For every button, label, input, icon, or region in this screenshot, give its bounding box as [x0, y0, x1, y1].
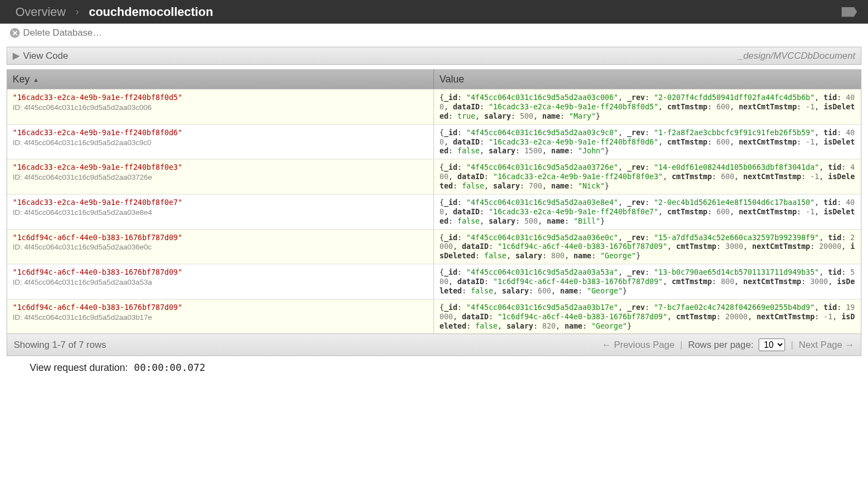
key-cell: "1c6df94c-a6cf-44e0-b383-1676bf787d09"ID…: [7, 230, 434, 264]
key-string: "1c6df94c-a6cf-44e0-b383-1676bf787d09": [13, 233, 428, 242]
next-page-button[interactable]: Next Page →: [799, 340, 854, 351]
key-string: "16cadc33-e2ca-4e9b-9a1e-ff240bf8f0d5": [13, 93, 428, 102]
sort-asc-icon: ▲: [33, 76, 39, 83]
doc-id: ID: 4f45cc064c031c16c9d5a5d2aa03b17e: [13, 313, 428, 323]
key-string: "16cadc33-e2ca-4e9b-9a1e-ff240bf8f0d6": [13, 128, 428, 137]
key-string: "16cadc33-e2ca-4e9b-9a1e-ff240bf8f0e7": [13, 198, 428, 207]
triangle-right-icon: ▶: [13, 50, 20, 62]
value-cell: {_id: "4f45cc064c031c16c9d5a5d2aa03726e"…: [434, 159, 861, 194]
key-cell: "16cadc33-e2ca-4e9b-9a1e-ff240bf8f0d6"ID…: [7, 125, 434, 159]
tag-icon[interactable]: [842, 7, 857, 17]
rows-per-page-label: Rows per page:: [688, 340, 753, 351]
duration-value: 00:00:00.072: [134, 362, 205, 373]
table-row[interactable]: "16cadc33-e2ca-4e9b-9a1e-ff240bf8f0e3"ID…: [7, 159, 861, 194]
value-cell: {_id: "4f45cc064c031c16c9d5a5d2aa03c9c0"…: [434, 125, 861, 159]
doc-id: ID: 4f45cc064c031c16c9d5a5d2aa03726e: [13, 173, 428, 182]
chevron-right-icon: ›: [76, 6, 79, 18]
key-cell: "16cadc33-e2ca-4e9b-9a1e-ff240bf8f0d5"ID…: [7, 90, 434, 124]
grid-header: Key ▲ Value: [7, 70, 861, 89]
key-cell: "16cadc33-e2ca-4e9b-9a1e-ff240bf8f0e7"ID…: [7, 195, 434, 229]
breadcrumb-overview[interactable]: Overview: [15, 5, 66, 19]
doc-id: ID: 4f45cc064c031c16c9d5a5d2aa03c006: [13, 103, 428, 113]
topbar: Overview › couchdemocollection: [0, 0, 868, 24]
key-string: "1c6df94c-a6cf-44e0-b383-1676bf787d09": [13, 303, 428, 312]
key-cell: "1c6df94c-a6cf-44e0-b383-1676bf787d09"ID…: [7, 299, 434, 334]
data-grid: Key ▲ Value "16cadc33-e2ca-4e9b-9a1e-ff2…: [7, 69, 861, 356]
table-row[interactable]: "1c6df94c-a6cf-44e0-b383-1676bf787d09"ID…: [7, 229, 861, 264]
value-cell: {_id: "4f45cc064c031c16c9d5a5d2aa03e8e4"…: [434, 195, 861, 229]
column-header-key-label: Key: [13, 74, 30, 85]
request-duration: View request duration: 00:00:00.072: [30, 362, 868, 374]
close-circle-icon[interactable]: ✕: [10, 28, 20, 38]
rows-per-page-select[interactable]: 10: [759, 338, 785, 351]
key-string: "16cadc33-e2ca-4e9b-9a1e-ff240bf8f0e3": [13, 163, 428, 172]
table-row[interactable]: "16cadc33-e2ca-4e9b-9a1e-ff240bf8f0e7"ID…: [7, 194, 861, 229]
previous-page-button[interactable]: ← Previous Page: [602, 340, 675, 351]
value-cell: {_id: "4f45cc064c031c16c9d5a5d2aa036e0c"…: [434, 230, 861, 264]
table-row[interactable]: "1c6df94c-a6cf-44e0-b383-1676bf787d09"ID…: [7, 299, 861, 334]
separator: |: [791, 340, 793, 351]
value-cell: {_id: "4f45cc064c031c16c9d5a5d2aa03c006"…: [434, 90, 861, 124]
column-header-key[interactable]: Key ▲: [7, 70, 434, 89]
design-doc-name: _design/MVCCDbDocument: [738, 51, 855, 62]
value-cell: {_id: "4f45cc064c031c16c9d5a5d2aa03a53a"…: [434, 264, 861, 299]
table-row[interactable]: "16cadc33-e2ca-4e9b-9a1e-ff240bf8f0d5"ID…: [7, 89, 861, 124]
doc-id: ID: 4f45cc064c031c16c9d5a5d2aa03a53a: [13, 278, 428, 287]
column-header-value[interactable]: Value: [434, 70, 861, 89]
table-row[interactable]: "16cadc33-e2ca-4e9b-9a1e-ff240bf8f0d6"ID…: [7, 124, 861, 159]
table-row[interactable]: "1c6df94c-a6cf-44e0-b383-1676bf787d09"ID…: [7, 264, 861, 299]
showing-label: Showing 1-7 of 7 rows: [14, 340, 106, 351]
delete-database-button[interactable]: Delete Database…: [23, 27, 102, 38]
duration-label: View request duration:: [30, 362, 128, 373]
view-code-bar[interactable]: ▶ View Code _design/MVCCDbDocument: [7, 47, 861, 65]
doc-id: ID: 4f45cc064c031c16c9d5a5d2aa036e0c: [13, 243, 428, 252]
grid-footer: Showing 1-7 of 7 rows ← Previous Page | …: [7, 334, 861, 356]
toolbar: ✕ Delete Database…: [0, 24, 868, 42]
separator: |: [680, 340, 682, 351]
key-string: "1c6df94c-a6cf-44e0-b383-1676bf787d09": [13, 268, 428, 277]
view-code-label: View Code: [23, 51, 68, 62]
key-cell: "1c6df94c-a6cf-44e0-b383-1676bf787d09"ID…: [7, 264, 434, 299]
doc-id: ID: 4f45cc064c031c16c9d5a5d2aa03e8e4: [13, 208, 428, 218]
key-cell: "16cadc33-e2ca-4e9b-9a1e-ff240bf8f0e3"ID…: [7, 159, 434, 194]
breadcrumb-current: couchdemocollection: [89, 5, 213, 19]
value-cell: {_id: "4f45cc064c031c16c9d5a5d2aa03b17e"…: [434, 299, 861, 334]
doc-id: ID: 4f45cc064c031c16c9d5a5d2aa03c9c0: [13, 138, 428, 148]
